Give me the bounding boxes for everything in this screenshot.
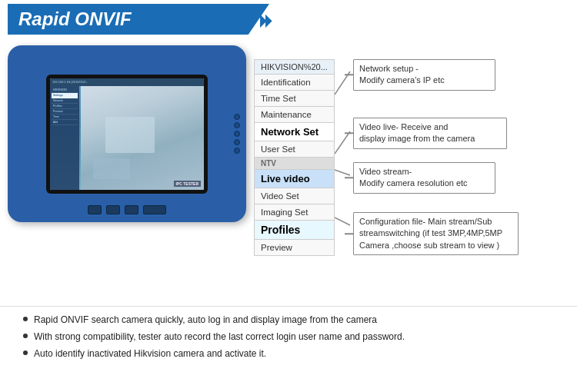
menu-section-ntv: NTV bbox=[254, 158, 335, 170]
svg-line-1 bbox=[335, 131, 350, 154]
screen-menu-item: Network bbox=[52, 98, 78, 104]
bullet-item-3: Auto identify inactivated Hikvision came… bbox=[23, 347, 562, 360]
menu-item-profiles[interactable]: Profiles bbox=[254, 221, 335, 240]
device-port-wide bbox=[143, 205, 166, 214]
menu-item-video-set[interactable]: Video Set bbox=[254, 188, 335, 204]
annotation-video-stream: Video stream-Modify camera resolution et… bbox=[353, 162, 495, 194]
menu-item-imaging-set[interactable]: Imaging Set bbox=[254, 204, 335, 221]
menu-panel: HIKVISION%20... Identification Time Set … bbox=[254, 59, 335, 303]
page-header: Rapid ONVIF bbox=[8, 4, 269, 35]
bullet-item-2: With strong compatibility, tester auto r… bbox=[23, 330, 562, 344]
menu-item-network-set[interactable]: Network Set bbox=[254, 123, 335, 141]
annotation-video-stream-text: Video stream-Modify camera resolution et… bbox=[359, 167, 468, 188]
device-buttons bbox=[234, 114, 240, 154]
menu-header: HIKVISION%20... bbox=[254, 59, 335, 75]
bullet-item-1: Rapid ONVIF search camera quickly, auto … bbox=[23, 313, 562, 327]
bullet-text-3: Auto identify inactivated Hikvision came… bbox=[34, 347, 266, 360]
bullet-text-1: Rapid ONVIF search camera quickly, auto … bbox=[34, 313, 377, 327]
bullets-section: Rapid ONVIF search camera quickly, auto … bbox=[0, 306, 577, 360]
device-port bbox=[88, 205, 102, 214]
menu-item-live-video[interactable]: Live video bbox=[254, 170, 335, 188]
screen-menu-item: Time bbox=[52, 115, 78, 120]
screen-menu-item: Preview bbox=[52, 109, 78, 115]
svg-line-2 bbox=[335, 170, 350, 175]
screen-camera-view bbox=[81, 86, 204, 190]
screen-ipc-label: IPC TESTER bbox=[174, 181, 201, 187]
svg-line-3 bbox=[335, 218, 350, 225]
annotation-network-setup: Network setup -Modify camera's IP etc bbox=[353, 59, 495, 91]
screen-menu-item: Add bbox=[52, 120, 78, 125]
menu-item-preview[interactable]: Preview bbox=[254, 240, 335, 256]
screen-menu-item: HIKVISION bbox=[52, 88, 78, 93]
bullet-dot bbox=[23, 317, 28, 321]
device-btn bbox=[234, 122, 240, 128]
device-btn bbox=[234, 139, 240, 145]
menu-item-time-set[interactable]: Time Set bbox=[254, 91, 335, 107]
menu-item-user-set[interactable]: User Set bbox=[254, 141, 335, 158]
header-decoration: ▶▶ bbox=[260, 11, 272, 29]
screen-menu-item-active: Settings bbox=[52, 93, 78, 98]
device-ports bbox=[88, 205, 166, 214]
bullet-text-2: With strong compatibility, tester auto r… bbox=[34, 330, 405, 344]
menu-item-identification[interactable]: Identification bbox=[254, 75, 335, 91]
device-port bbox=[106, 205, 120, 214]
menu-item-maintenance[interactable]: Maintenance bbox=[254, 107, 335, 123]
annotation-network-setup-text: Network setup -Modify camera's IP etc bbox=[359, 64, 445, 85]
device-illustration: 192.168.1.64 [2019/01/0... HIKVISION Set… bbox=[8, 38, 254, 303]
annotation-video-live: Video live- Receive anddisplay image fro… bbox=[353, 118, 507, 149]
annotations-area: Network setup -Modify camera's IP etc Vi… bbox=[342, 48, 569, 303]
screen-topbar-text: 192.168.1.64 [2019/01/0... bbox=[52, 80, 88, 84]
device-btn bbox=[234, 148, 240, 154]
device-port bbox=[125, 205, 138, 214]
page-title: Rapid ONVIF bbox=[18, 8, 132, 30]
annotation-config-file: Configuration file- Main stream/Substrea… bbox=[353, 212, 519, 255]
bullet-dot bbox=[23, 350, 28, 355]
device-btn bbox=[234, 114, 240, 120]
screen-sidebar: HIKVISION Settings Network Profiles Prev… bbox=[50, 86, 79, 190]
device-btn bbox=[234, 131, 240, 137]
bullet-dot bbox=[23, 334, 28, 338]
annotation-config-file-text: Configuration file- Main stream/Substrea… bbox=[359, 217, 502, 250]
annotation-video-live-text: Video live- Receive anddisplay image fro… bbox=[359, 122, 475, 143]
screen-menu-item: Profiles bbox=[52, 104, 78, 109]
